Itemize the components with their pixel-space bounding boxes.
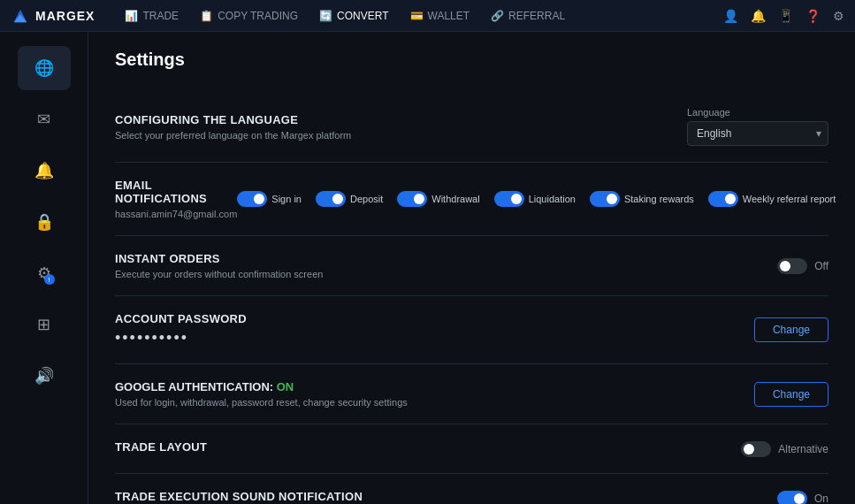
nav-trade[interactable]: 📊 TRADE	[116, 4, 187, 27]
trade-layout-toggle[interactable]	[741, 441, 771, 457]
withdrawal-toggle-item: Withdrawal	[397, 191, 479, 207]
deposit-label: Deposit	[350, 194, 383, 204]
bell-icon: 🔔	[34, 161, 54, 180]
google-auth-subtitle: Used for login, withdrawal, password res…	[115, 397, 754, 408]
password-dots: ••••••••••	[115, 329, 754, 347]
sidebar-item-layout[interactable]: ⊞	[18, 302, 71, 347]
account-password-section: ACCOUNT PASSWORD •••••••••• Change	[115, 296, 828, 364]
google-auth-status: ON	[277, 380, 294, 393]
language-label: Language	[687, 107, 730, 118]
notifications-icon[interactable]: 🔔	[751, 9, 766, 23]
withdrawal-label: Withdrawal	[431, 194, 479, 204]
layout-icon: ⊞	[37, 315, 50, 334]
navbar-right: 👤 🔔 📱 ❓ ⚙	[723, 9, 844, 23]
sidebar-item-email[interactable]: ✉	[18, 97, 71, 141]
help-icon[interactable]: ❓	[805, 9, 821, 23]
google-auth-title: GOOGLE AUTHENTICATION: ON	[115, 380, 754, 393]
staking-toggle[interactable]	[590, 191, 620, 207]
referral-toggle-item: Weekly referral report	[708, 191, 836, 207]
main-content: Settings CONFIGURING THE LANGUAGE Select…	[88, 32, 855, 504]
language-subtitle: Select your preferred language on the Ma…	[115, 130, 687, 141]
email-address: hassani.amin74@gmail.com	[115, 209, 237, 219]
trade-layout-info: TRADE LAYOUT	[115, 440, 741, 457]
sound-notification-title: TRADE EXECUTION SOUND NOTIFICATION	[115, 490, 777, 503]
instant-orders-label: Off	[814, 260, 828, 272]
logo-icon	[11, 6, 30, 26]
sound-notification-toggle[interactable]	[777, 491, 807, 505]
svg-marker-1	[14, 14, 27, 22]
signin-toggle-item: Sign in	[237, 191, 302, 207]
sidebar-item-security[interactable]: ⚙ !	[18, 251, 71, 295]
settings-icon[interactable]: ⚙	[833, 9, 844, 23]
instant-orders-toggle[interactable]	[777, 258, 807, 274]
liquidation-toggle-item: Liquidation	[494, 191, 576, 207]
sidebar: 🌐 ✉ 🔔 🔒 ⚙ ! ⊞ 🔊	[0, 32, 88, 504]
account-password-info: ACCOUNT PASSWORD ••••••••••	[115, 312, 754, 347]
trade-layout-section: TRADE LAYOUT Alternative	[115, 424, 828, 474]
copy-trading-icon: 📋	[200, 10, 213, 22]
email-toggles: Sign in Deposit Withdrawal	[237, 191, 836, 207]
deposit-toggle-item: Deposit	[316, 191, 383, 207]
navbar: MARGEX 📊 TRADE 📋 COPY TRADING 🔄 CONVERT …	[0, 0, 855, 32]
email-info: EMAIL NOTIFICATIONS hassani.amin74@gmail…	[115, 179, 237, 219]
language-control: Language English Español Deutsch Françai…	[687, 107, 828, 146]
nav-copy-trading[interactable]: 📋 COPY TRADING	[191, 4, 307, 27]
sidebar-item-sound[interactable]: 🔊	[18, 354, 71, 398]
security-icon: ⚙ !	[37, 263, 51, 283]
referral-toggle[interactable]	[708, 191, 738, 207]
instant-orders-title: INSTANT ORDERS	[115, 252, 777, 265]
language-info: CONFIGURING THE LANGUAGE Select your pre…	[115, 113, 687, 141]
email-title: EMAIL NOTIFICATIONS	[115, 179, 237, 205]
page-title: Settings	[115, 50, 828, 70]
sidebar-item-globe[interactable]: 🌐	[18, 46, 71, 90]
deposit-toggle[interactable]	[316, 191, 346, 207]
email-notifications-section: EMAIL NOTIFICATIONS hassani.amin74@gmail…	[115, 163, 828, 236]
language-select[interactable]: English Español Deutsch Français Русский…	[687, 121, 828, 146]
account-icon[interactable]: 👤	[723, 9, 738, 23]
sound-notification-info: TRADE EXECUTION SOUND NOTIFICATION	[115, 490, 777, 504]
trade-icon: 📊	[125, 10, 138, 22]
withdrawal-toggle[interactable]	[397, 191, 427, 207]
logo-text: MARGEX	[35, 9, 95, 23]
sidebar-item-lock[interactable]: 🔒	[18, 200, 71, 244]
convert-icon: 🔄	[319, 10, 332, 22]
trade-layout-control: Alternative	[741, 441, 828, 457]
wallet-icon: 💳	[410, 10, 424, 22]
lock-icon: 🔒	[34, 212, 54, 232]
globe-icon: 🌐	[34, 58, 54, 78]
google-auth-info: GOOGLE AUTHENTICATION: ON Used for login…	[115, 380, 754, 408]
device-icon[interactable]: 📱	[778, 9, 793, 23]
nav-convert[interactable]: 🔄 CONVERT	[310, 4, 397, 27]
nav-referral[interactable]: 🔗 REFERRAL	[482, 4, 574, 27]
liquidation-toggle[interactable]	[494, 191, 524, 207]
language-select-wrapper: English Español Deutsch Français Русский…	[687, 121, 828, 146]
referral-label: Weekly referral report	[743, 194, 836, 204]
sound-icon: 🔊	[34, 366, 54, 386]
signin-label: Sign in	[271, 194, 302, 204]
layout: 🌐 ✉ 🔔 🔒 ⚙ ! ⊞ 🔊 Settings CONFIG	[0, 32, 855, 504]
referral-icon: 🔗	[491, 10, 504, 22]
instant-orders-section: INSTANT ORDERS Execute your orders witho…	[115, 236, 828, 296]
nav-wallet[interactable]: 💳 WALLET	[401, 4, 479, 27]
password-change-button[interactable]: Change	[754, 317, 828, 342]
sidebar-item-bell[interactable]: 🔔	[18, 149, 71, 193]
sound-notification-label: On	[814, 493, 828, 505]
trade-layout-label: Alternative	[778, 443, 828, 455]
email-icon: ✉	[37, 110, 50, 129]
google-auth-change-button[interactable]: Change	[754, 382, 828, 407]
security-badge: !	[44, 274, 55, 285]
sound-notification-section: TRADE EXECUTION SOUND NOTIFICATION On	[115, 474, 828, 504]
navbar-left: MARGEX 📊 TRADE 📋 COPY TRADING 🔄 CONVERT …	[11, 4, 574, 27]
signin-toggle[interactable]	[237, 191, 267, 207]
trade-layout-title: TRADE LAYOUT	[115, 440, 741, 454]
instant-orders-control: Off	[777, 258, 828, 274]
logo[interactable]: MARGEX	[11, 6, 95, 26]
liquidation-label: Liquidation	[529, 194, 576, 204]
staking-toggle-item: Staking rewards	[590, 191, 694, 207]
language-title: CONFIGURING THE LANGUAGE	[115, 113, 687, 126]
account-password-title: ACCOUNT PASSWORD	[115, 312, 754, 325]
sound-notification-control: On	[777, 491, 828, 505]
google-auth-section: GOOGLE AUTHENTICATION: ON Used for login…	[115, 364, 828, 424]
language-section: CONFIGURING THE LANGUAGE Select your pre…	[115, 91, 828, 163]
instant-orders-subtitle: Execute your orders without confirmation…	[115, 269, 777, 279]
